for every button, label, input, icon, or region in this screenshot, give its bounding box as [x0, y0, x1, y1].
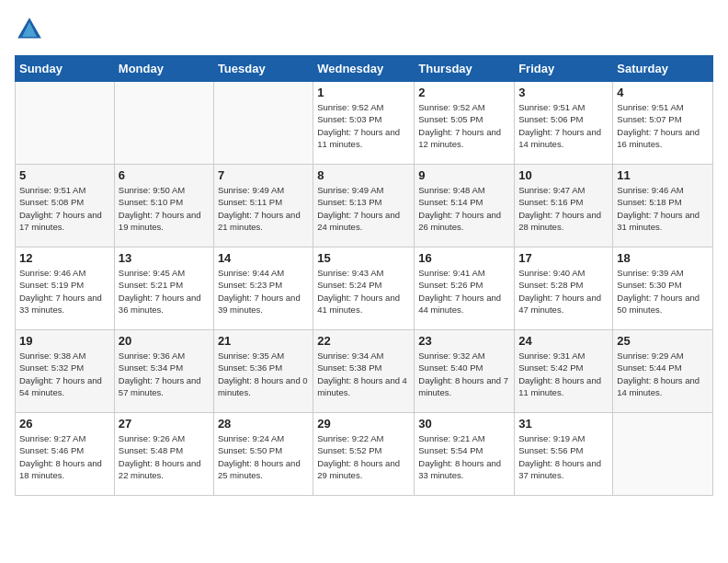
page-header: [15, 15, 713, 44]
calendar-cell: [114, 82, 213, 165]
calendar-week-row: 12Sunrise: 9:46 AM Sunset: 5:19 PM Dayli…: [16, 247, 713, 330]
day-number: 11: [617, 168, 709, 182]
weekday-header-saturday: Saturday: [613, 56, 713, 82]
weekday-header-wednesday: Wednesday: [313, 56, 415, 82]
calendar-cell: 4Sunrise: 9:51 AM Sunset: 5:07 PM Daylig…: [613, 82, 713, 165]
calendar-week-row: 1Sunrise: 9:52 AM Sunset: 5:03 PM Daylig…: [16, 82, 713, 165]
weekday-header-thursday: Thursday: [415, 56, 515, 82]
day-number: 4: [617, 86, 709, 99]
calendar-week-row: 19Sunrise: 9:38 AM Sunset: 5:32 PM Dayli…: [16, 330, 713, 413]
day-detail: Sunrise: 9:43 AM Sunset: 5:24 PM Dayligh…: [317, 267, 410, 316]
day-detail: Sunrise: 9:35 AM Sunset: 5:36 PM Dayligh…: [218, 350, 309, 398]
day-detail: Sunrise: 9:41 AM Sunset: 5:26 PM Dayligh…: [418, 267, 510, 316]
day-number: 29: [317, 417, 410, 431]
day-detail: Sunrise: 9:51 AM Sunset: 5:07 PM Dayligh…: [617, 101, 709, 150]
day-detail: Sunrise: 9:46 AM Sunset: 5:18 PM Dayligh…: [617, 184, 709, 233]
day-number: 8: [317, 168, 410, 182]
calendar-cell: 2Sunrise: 9:52 AM Sunset: 5:05 PM Daylig…: [415, 82, 515, 165]
day-detail: Sunrise: 9:32 AM Sunset: 5:40 PM Dayligh…: [418, 350, 510, 398]
day-number: 30: [418, 417, 510, 431]
day-number: 18: [617, 251, 709, 265]
calendar-cell: 30Sunrise: 9:21 AM Sunset: 5:54 PM Dayli…: [415, 413, 515, 496]
day-number: 27: [119, 417, 210, 431]
calendar-cell: 21Sunrise: 9:35 AM Sunset: 5:36 PM Dayli…: [213, 330, 313, 413]
day-detail: Sunrise: 9:36 AM Sunset: 5:34 PM Dayligh…: [119, 350, 210, 398]
calendar-cell: 23Sunrise: 9:32 AM Sunset: 5:40 PM Dayli…: [415, 330, 515, 413]
day-detail: Sunrise: 9:19 AM Sunset: 5:56 PM Dayligh…: [518, 432, 609, 481]
day-number: 26: [19, 417, 110, 431]
day-number: 16: [418, 251, 510, 265]
calendar-cell: 16Sunrise: 9:41 AM Sunset: 5:26 PM Dayli…: [415, 247, 515, 330]
day-number: 24: [518, 334, 609, 348]
day-number: 10: [518, 168, 609, 182]
weekday-header-tuesday: Tuesday: [213, 56, 313, 82]
day-detail: Sunrise: 9:48 AM Sunset: 5:14 PM Dayligh…: [418, 184, 510, 233]
day-number: 15: [317, 251, 410, 265]
day-number: 17: [518, 251, 609, 265]
calendar-week-row: 26Sunrise: 9:27 AM Sunset: 5:46 PM Dayli…: [16, 413, 713, 496]
calendar-cell: 13Sunrise: 9:45 AM Sunset: 5:21 PM Dayli…: [114, 247, 213, 330]
day-detail: Sunrise: 9:40 AM Sunset: 5:28 PM Dayligh…: [518, 267, 609, 316]
day-detail: Sunrise: 9:51 AM Sunset: 5:08 PM Dayligh…: [19, 184, 110, 233]
calendar-cell: 3Sunrise: 9:51 AM Sunset: 5:06 PM Daylig…: [515, 82, 613, 165]
weekday-header-row: SundayMondayTuesdayWednesdayThursdayFrid…: [16, 56, 713, 82]
day-detail: Sunrise: 9:45 AM Sunset: 5:21 PM Dayligh…: [119, 267, 210, 316]
day-number: 12: [19, 251, 110, 265]
calendar-cell: 18Sunrise: 9:39 AM Sunset: 5:30 PM Dayli…: [613, 247, 713, 330]
day-number: 21: [218, 334, 309, 348]
day-detail: Sunrise: 9:31 AM Sunset: 5:42 PM Dayligh…: [518, 350, 609, 398]
day-detail: Sunrise: 9:52 AM Sunset: 5:03 PM Dayligh…: [317, 101, 410, 150]
day-detail: Sunrise: 9:47 AM Sunset: 5:16 PM Dayligh…: [518, 184, 609, 233]
logo-icon: [15, 15, 44, 44]
calendar-cell: 7Sunrise: 9:49 AM Sunset: 5:11 PM Daylig…: [213, 165, 313, 247]
calendar-cell: [613, 413, 713, 496]
calendar-cell: 8Sunrise: 9:49 AM Sunset: 5:13 PM Daylig…: [313, 165, 415, 247]
calendar-cell: 29Sunrise: 9:22 AM Sunset: 5:52 PM Dayli…: [313, 413, 415, 496]
day-detail: Sunrise: 9:27 AM Sunset: 5:46 PM Dayligh…: [19, 432, 110, 481]
day-detail: Sunrise: 9:50 AM Sunset: 5:10 PM Dayligh…: [119, 184, 210, 233]
day-number: 19: [19, 334, 110, 348]
calendar-cell: 17Sunrise: 9:40 AM Sunset: 5:28 PM Dayli…: [515, 247, 613, 330]
weekday-header-friday: Friday: [515, 56, 613, 82]
day-detail: Sunrise: 9:24 AM Sunset: 5:50 PM Dayligh…: [218, 432, 309, 481]
calendar-cell: 31Sunrise: 9:19 AM Sunset: 5:56 PM Dayli…: [515, 413, 613, 496]
day-detail: Sunrise: 9:49 AM Sunset: 5:13 PM Dayligh…: [317, 184, 410, 233]
calendar-cell: 9Sunrise: 9:48 AM Sunset: 5:14 PM Daylig…: [415, 165, 515, 247]
day-number: 28: [218, 417, 309, 431]
day-detail: Sunrise: 9:49 AM Sunset: 5:11 PM Dayligh…: [218, 184, 309, 233]
calendar-table: SundayMondayTuesdayWednesdayThursdayFrid…: [15, 55, 713, 496]
day-detail: Sunrise: 9:26 AM Sunset: 5:48 PM Dayligh…: [119, 432, 210, 481]
calendar-cell: 25Sunrise: 9:29 AM Sunset: 5:44 PM Dayli…: [613, 330, 713, 413]
day-number: 22: [317, 334, 410, 348]
day-number: 13: [119, 251, 210, 265]
calendar-cell: 1Sunrise: 9:52 AM Sunset: 5:03 PM Daylig…: [313, 82, 415, 165]
calendar-cell: 20Sunrise: 9:36 AM Sunset: 5:34 PM Dayli…: [114, 330, 213, 413]
day-detail: Sunrise: 9:44 AM Sunset: 5:23 PM Dayligh…: [218, 267, 309, 316]
calendar-cell: 6Sunrise: 9:50 AM Sunset: 5:10 PM Daylig…: [114, 165, 213, 247]
day-number: 9: [418, 168, 510, 182]
day-number: 25: [617, 334, 709, 348]
day-number: 6: [119, 168, 210, 182]
day-detail: Sunrise: 9:39 AM Sunset: 5:30 PM Dayligh…: [617, 267, 709, 316]
day-number: 5: [19, 168, 110, 182]
calendar-cell: 27Sunrise: 9:26 AM Sunset: 5:48 PM Dayli…: [114, 413, 213, 496]
day-number: 2: [418, 86, 510, 99]
calendar-cell: [213, 82, 313, 165]
calendar-cell: 24Sunrise: 9:31 AM Sunset: 5:42 PM Dayli…: [515, 330, 613, 413]
day-number: 3: [518, 86, 609, 99]
logo: [15, 15, 48, 44]
calendar-cell: 11Sunrise: 9:46 AM Sunset: 5:18 PM Dayli…: [613, 165, 713, 247]
calendar-cell: 12Sunrise: 9:46 AM Sunset: 5:19 PM Dayli…: [16, 247, 115, 330]
day-detail: Sunrise: 9:51 AM Sunset: 5:06 PM Dayligh…: [518, 101, 609, 150]
day-detail: Sunrise: 9:46 AM Sunset: 5:19 PM Dayligh…: [19, 267, 110, 316]
day-detail: Sunrise: 9:38 AM Sunset: 5:32 PM Dayligh…: [19, 350, 110, 398]
calendar-cell: 10Sunrise: 9:47 AM Sunset: 5:16 PM Dayli…: [515, 165, 613, 247]
day-number: 23: [418, 334, 510, 348]
calendar-week-row: 5Sunrise: 9:51 AM Sunset: 5:08 PM Daylig…: [16, 165, 713, 247]
calendar-cell: 14Sunrise: 9:44 AM Sunset: 5:23 PM Dayli…: [213, 247, 313, 330]
calendar-cell: [16, 82, 115, 165]
day-detail: Sunrise: 9:21 AM Sunset: 5:54 PM Dayligh…: [418, 432, 510, 481]
calendar-cell: 15Sunrise: 9:43 AM Sunset: 5:24 PM Dayli…: [313, 247, 415, 330]
weekday-header-monday: Monday: [114, 56, 213, 82]
day-detail: Sunrise: 9:29 AM Sunset: 5:44 PM Dayligh…: [617, 350, 709, 398]
